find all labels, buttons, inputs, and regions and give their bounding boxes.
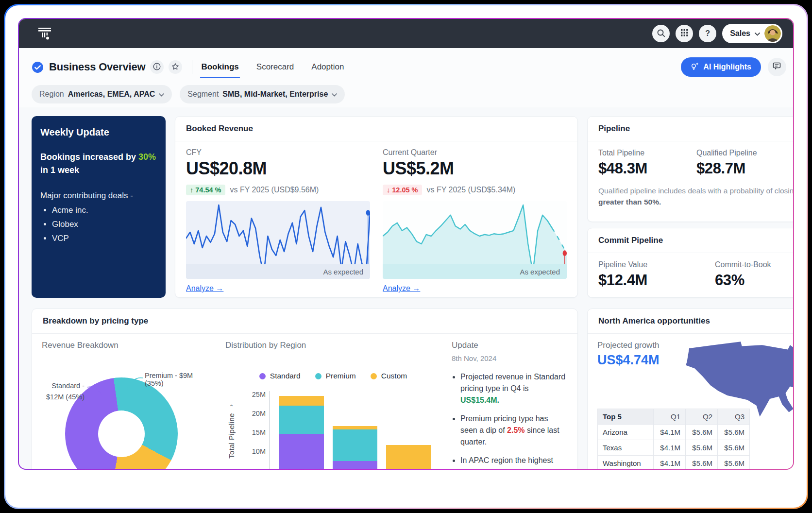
qualified-pipeline-kpi: Qualified Pipeline $28.7M (696, 149, 794, 177)
current-quarter-metric: Current Quarter US$5.2M ↓ 12.05 % vs FY … (383, 148, 567, 293)
region-filter-value: Americas, EMEA, APAC (68, 90, 155, 99)
update-heading: Update (452, 341, 567, 350)
pipeline-note: Qualified pipeline includes deals with a… (598, 185, 794, 208)
lightbulb-sparkle-icon (691, 62, 699, 72)
segment-filter[interactable]: Segment SMB, Mid-Market, Enterprise (180, 85, 345, 103)
y-axis-tick: 25M (244, 391, 266, 398)
region-filter-label: Region (39, 90, 64, 99)
legend-dot (259, 373, 266, 379)
pipeline-value-kpi: Pipeline Value $12.4M (598, 260, 715, 289)
usa-map (678, 337, 794, 423)
bars-heading: Distribution by Region (225, 341, 441, 350)
user-role-dropdown[interactable]: Sales (722, 24, 782, 43)
tab-adoption[interactable]: Adoption (311, 56, 344, 78)
booked-revenue-card: Booked Revenue CFY US$20.8M ↑ 74.54 % vs… (175, 116, 578, 298)
cq-analyze-link[interactable]: Analyze → (383, 284, 420, 293)
segment-filter-value: SMB, Mid-Market, Enterprise (222, 90, 328, 99)
cq-area-chart[interactable]: As expected (383, 201, 567, 279)
bar-segment-premium (279, 406, 324, 434)
tab-bookings[interactable]: Bookings (201, 56, 238, 78)
more-actions-button[interactable] (793, 58, 794, 76)
collapse-chevron-icon[interactable]: ⌄ (228, 403, 235, 410)
info-button[interactable] (150, 60, 164, 74)
apps-grid-button[interactable] (676, 25, 693, 42)
stacked-bar[interactable] (279, 391, 324, 470)
page-header-area: Business Overview Bookings Scorecard Ado… (19, 48, 793, 107)
legend-item-custom[interactable]: Custom (371, 372, 407, 380)
distribution-by-region-section: Distribution by Region StandardPremiumCu… (213, 334, 441, 470)
update-section: Update 8th Nov, 2024 Projected revenue i… (441, 334, 577, 470)
search-icon (657, 29, 665, 39)
help-icon: ? (705, 29, 710, 38)
quarter-value-cell: $5.6M (686, 456, 718, 470)
apps-grid-icon (681, 29, 688, 38)
table-row: Arizona$4.1M$5.6M$5.6M (598, 425, 750, 440)
cq-annotation: As expected (383, 264, 567, 279)
star-icon (171, 63, 179, 72)
commit-to-book-kpi: Commit-to-Book 63% (715, 260, 794, 289)
total-pipeline-kpi: Total Pipeline $48.3M (598, 149, 696, 177)
standard-callout-connector (86, 385, 103, 397)
comment-icon (773, 62, 781, 72)
revenue-breakdown-section: Revenue Breakdown Standard - $12M (45%) … (32, 334, 213, 470)
breakdown-card: Breakdown by pricing type Revenue Breakd… (32, 308, 578, 470)
premium-callout-connector (126, 376, 144, 390)
legend-item-standard[interactable]: Standard (259, 372, 301, 380)
pipeline-card: Pipeline Total Pipeline $48.3M Qualified… (587, 116, 794, 222)
cfy-metric: CFY US$20.8M ↑ 74.54 % vs FY 2025 (USD$9… (186, 148, 370, 293)
avatar[interactable] (764, 25, 781, 42)
legend-item-premium[interactable]: Premium (315, 372, 356, 380)
tab-scorecard[interactable]: Scorecard (256, 56, 294, 78)
deal-list-item: Acme inc. (52, 205, 157, 215)
cq-value: US$5.2M (383, 158, 567, 179)
user-role-label: Sales (730, 29, 750, 38)
chevron-down-icon (159, 90, 164, 99)
table-row: Texas$4.1M$5.6M$5.6M (598, 440, 750, 456)
cfy-line-chart[interactable]: As expected (186, 201, 370, 279)
stacked-bar[interactable] (333, 391, 377, 470)
search-button[interactable] (652, 25, 670, 42)
update-date: 8th Nov, 2024 (452, 354, 567, 362)
y-axis-tick: 20M (244, 410, 266, 417)
verified-badge-icon (32, 61, 44, 73)
quarter-value-cell: $4.1M (654, 440, 686, 456)
weekly-headline-line1: Bookings increased by 30% (40, 151, 157, 164)
state-name-cell: Texas (598, 440, 654, 456)
quarter-value-cell: $5.6M (686, 440, 718, 456)
y-axis-tick: 15M (244, 428, 266, 436)
weekly-update-card: Weekly Update Bookings increased by 30% … (32, 116, 166, 298)
cq-delta-badge: ↓ 12.05 % (383, 185, 422, 195)
north-america-title: North America opportunities (588, 309, 794, 334)
update-bullet: In APAC region the highest pipeline is a… (460, 455, 567, 470)
north-america-card: North America opportunities Projected gr… (587, 308, 794, 470)
weekly-deals-list: Acme inc.GlobexVCP (40, 205, 157, 243)
state-name-cell: Arizona (598, 425, 654, 440)
comments-button[interactable] (768, 58, 786, 76)
bar-chart-legend: StandardPremiumCustom (225, 372, 441, 380)
quarter-value-cell: $4.1M (654, 425, 686, 440)
top-navigation-bar: ? Sales (19, 19, 793, 48)
tab-bar: Bookings Scorecard Adoption (201, 56, 344, 78)
page-title: Business Overview (49, 61, 145, 73)
stacked-bar-chart[interactable]: 25M20M15M10M (269, 391, 441, 470)
dashboard-body: Weekly Update Bookings increased by 30% … (19, 107, 793, 470)
header-divider (192, 60, 192, 74)
region-filter[interactable]: Region Americas, EMEA, APAC (32, 85, 172, 103)
bar-chart-y-axis-label: Total Pipeline ⌄ (227, 403, 236, 459)
standard-slice-callout: Standard - $12M (45%) (42, 380, 85, 403)
cfy-analyze-link[interactable]: Analyze → (186, 284, 223, 293)
donut-heading: Revenue Breakdown (42, 341, 213, 350)
cfy-comparison: vs FY 2025 (USD$9.56M) (230, 186, 319, 194)
cfy-label: CFY (186, 148, 370, 157)
commit-pipeline-card: Commit Pipeline Pipeline Value $12.4M Co… (587, 228, 794, 298)
favorite-button[interactable] (169, 60, 182, 74)
bar-segment-standard (333, 461, 377, 470)
legend-dot (371, 373, 377, 379)
pipeline-title: Pipeline (588, 117, 794, 141)
ai-highlights-button[interactable]: AI Highlights (681, 57, 761, 77)
update-bullet: Premium pricing type has seen a dip of 2… (460, 413, 567, 448)
stacked-bar[interactable] (386, 391, 431, 470)
help-button[interactable]: ? (699, 25, 716, 42)
cfy-value: US$20.8M (186, 158, 370, 179)
y-axis-tick: 10M (244, 447, 266, 455)
